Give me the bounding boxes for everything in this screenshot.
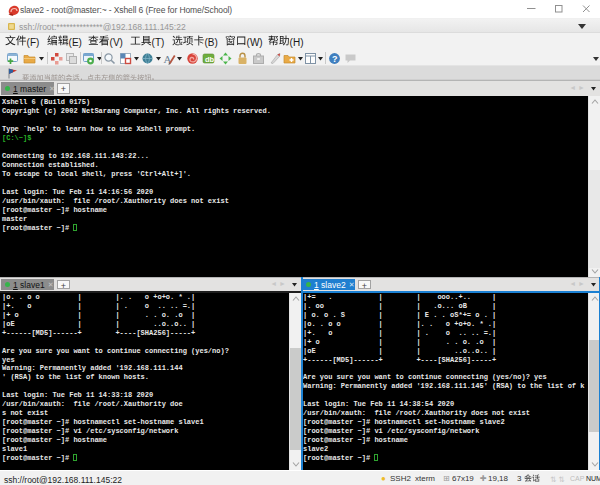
svg-text:?: ? [332,54,338,64]
svg-text:db: db [205,55,215,64]
